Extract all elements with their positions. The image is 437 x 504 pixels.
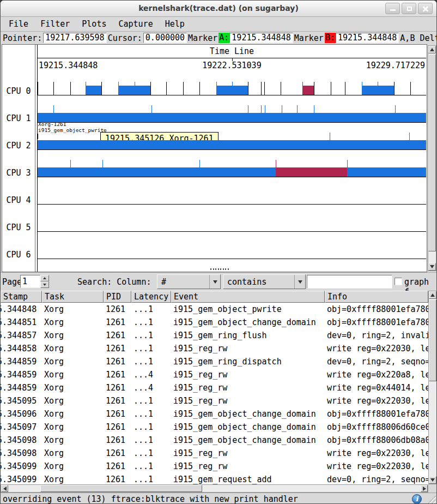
cell-pid: 1261 [104, 460, 131, 473]
table-scroll-down-button[interactable] [429, 476, 436, 484]
run-bar[interactable] [38, 113, 426, 122]
cpu-baseline [38, 231, 426, 232]
column-header-latency[interactable]: Latency [131, 291, 171, 303]
cell-pid: 1261 [104, 303, 131, 316]
table-row[interactable]: 5.345097Xorg1261...1i915_gem_object_chan… [1, 421, 428, 434]
timeline-title: Time Line [38, 46, 426, 56]
marker-b-badge[interactable]: B: [325, 33, 336, 43]
graph-vscrollbar[interactable] [428, 45, 436, 271]
table-scroll-up-button[interactable] [429, 291, 436, 299]
timeline-graph[interactable]: CPU 0CPU 1CPU 2CPU 3CPU 4CPU 5CPU 6 Time… [2, 44, 427, 272]
dropdown-arrow-button[interactable] [209, 275, 220, 289]
cell-pid: 1261 [104, 368, 131, 381]
highlight-segment[interactable] [302, 86, 314, 95]
table-row[interactable]: 5.345099Xorg1261...1i915_gem_request_add… [1, 473, 428, 484]
cell-task: Xorg [42, 460, 104, 473]
cpu-band[interactable] [38, 181, 426, 208]
right-arrow-icon [423, 487, 426, 491]
info-icon[interactable]: i [412, 494, 422, 504]
window-title: kernelshark(trace.dat) (on sugarbay) [1, 4, 436, 13]
column-header-task[interactable]: Task [42, 291, 104, 303]
graph-scroll-thumb[interactable] [428, 54, 436, 251]
cpu-band[interactable] [38, 154, 426, 181]
table-row[interactable]: 5.344857Xorg1261...1i915_gem_ring_flushd… [1, 329, 428, 342]
table-row[interactable]: 5.344859Xorg1261...4i915_reg_rwwrite reg… [1, 368, 428, 381]
cell-info: write reg=0x22030, le [325, 342, 428, 355]
run-segment[interactable] [362, 86, 394, 95]
event-tick [314, 105, 314, 113]
graph-plot[interactable]: Time Line 19215.344848 19222.531039 1922… [37, 45, 426, 272]
table-row[interactable]: 5.344848Xorg1261...1i915_gem_object_pwri… [1, 303, 428, 316]
column-dropdown[interactable]: # [157, 274, 221, 289]
match-dropdown[interactable]: contains [223, 274, 306, 289]
cpu-band[interactable] [38, 208, 426, 236]
run-bar[interactable] [38, 140, 426, 149]
table-row[interactable]: 5.345096Xorg1261...1i915_gem_object_chan… [1, 407, 428, 421]
cell-pid: 1261 [104, 407, 131, 421]
minimize-button[interactable] [385, 3, 400, 14]
table-row[interactable]: 5.345099Xorg1261...1i915_reg_rwwrite reg… [1, 460, 428, 473]
run-segment[interactable] [216, 86, 248, 95]
cell-info: obj=0xffff88001efa780 [325, 316, 428, 329]
pane-splitter-handle[interactable] [210, 268, 230, 270]
table-scroll-left-button[interactable] [1, 485, 8, 492]
marker-a-badge[interactable]: A: [218, 33, 229, 43]
column-header-info[interactable]: Info [325, 291, 428, 303]
search-input[interactable] [307, 275, 392, 289]
table-vscrollbar[interactable] [428, 291, 437, 484]
run-segment[interactable] [86, 86, 101, 95]
table-row[interactable]: 5.344858Xorg1261...1i915_reg_rwwrite reg… [1, 342, 428, 355]
column-header-pid[interactable]: PID [104, 291, 131, 303]
table-row[interactable]: 5.344851Xorg1261...1i915_gem_object_chan… [1, 316, 428, 329]
resize-grip[interactable] [427, 495, 436, 504]
dropdown-arrow-button[interactable] [294, 275, 305, 289]
page-input[interactable] [20, 275, 40, 288]
graph-scroll-up-button[interactable] [428, 46, 436, 53]
cell-stamp: 5.345099 [1, 460, 42, 473]
cell-stamp: 5.345096 [1, 407, 42, 421]
table-row[interactable]: 5.345098Xorg1261...1i915_reg_rwwrite reg… [1, 447, 428, 460]
table-row[interactable]: 5.344859Xorg1261...1i915_gem_ring_dispat… [1, 355, 428, 368]
menu-plots[interactable]: Plots [76, 18, 112, 30]
run-bar[interactable] [38, 167, 426, 177]
cell-info: obj=0xffff88006d60ce0 [325, 421, 428, 434]
table-scroll-right-button[interactable] [421, 485, 428, 492]
cell-event: i915_gem_request_add [171, 473, 325, 484]
table-hscrollbar[interactable] [1, 484, 428, 493]
column-header-stamp[interactable]: Stamp [1, 291, 42, 303]
menu-help[interactable]: Help [159, 18, 191, 30]
graph-follows-checkbox[interactable] [394, 278, 402, 285]
graph-scroll-down-button[interactable] [428, 263, 436, 271]
cpu-band[interactable] [38, 99, 426, 127]
event-tick [53, 105, 54, 113]
cpu-baseline [38, 122, 426, 123]
table-hscroll-thumb[interactable] [40, 485, 202, 492]
close-button[interactable] [418, 3, 433, 14]
highlight-segment[interactable] [276, 167, 347, 177]
menu-filter[interactable]: Filter [34, 18, 76, 30]
cpu-band[interactable] [38, 72, 426, 99]
event-tick [314, 82, 314, 95]
column-header-event[interactable]: Event [171, 291, 325, 303]
cell-stamp: 5.344859 [1, 368, 42, 381]
table-row[interactable]: 5.345095Xorg1261...1i915_reg_rwwrite reg… [1, 394, 428, 407]
cpu-band[interactable] [38, 236, 426, 263]
event-tick [199, 82, 200, 95]
maximize-button[interactable] [402, 3, 416, 14]
menu-capture[interactable]: Capture [112, 18, 159, 30]
time-label-end: 19229.717229 [366, 61, 425, 70]
table-scroll-thumb[interactable] [429, 299, 436, 381]
cpu-band[interactable] [38, 127, 426, 154]
titlebar[interactable]: kernelshark(trace.dat) (on sugarbay) [1, 1, 436, 17]
run-segment[interactable] [118, 86, 151, 95]
event-tick [265, 105, 265, 113]
cell-task: Xorg [42, 434, 104, 447]
table-row[interactable]: 5.345098Xorg1261...1i915_gem_object_chan… [1, 434, 428, 447]
event-tick [53, 82, 54, 95]
page-spin-up-button[interactable] [40, 275, 49, 281]
table-row[interactable]: 5.344859Xorg1261...4i915_reg_rwwrite reg… [1, 381, 428, 394]
page-spin-down-button[interactable] [40, 281, 49, 288]
menu-file[interactable]: File [3, 18, 34, 30]
cell-info: dev=0, ring=2, seqno= [325, 473, 428, 484]
cell-event: i915_gem_object_change_domain [171, 421, 325, 434]
